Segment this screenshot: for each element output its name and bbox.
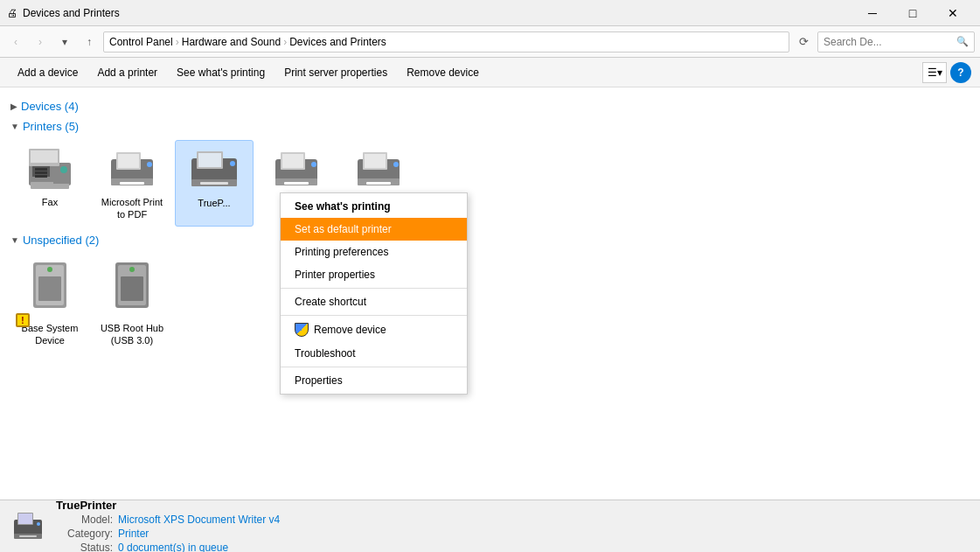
statusbar-name: TruePrinter <box>56 499 280 512</box>
category-value: Printer <box>118 528 149 540</box>
context-menu: See what's printing Set as default print… <box>280 192 468 395</box>
svg-rect-37 <box>38 276 61 301</box>
base-system-device-item[interactable]: ! Base System Device <box>10 254 89 353</box>
minimize-button[interactable]: ─ <box>852 0 893 26</box>
svg-rect-41 <box>121 276 143 301</box>
ms-print-pdf-icon <box>104 145 160 192</box>
ctx-divider-2 <box>281 315 467 316</box>
shield-icon <box>295 323 309 337</box>
svg-rect-14 <box>120 182 144 185</box>
devices-section-header[interactable]: ▶ Devices (4) <box>10 100 970 113</box>
svg-rect-18 <box>198 153 221 167</box>
ms-print-pdf-label: Microsoft Print to PDF <box>96 196 168 221</box>
unspecified-grid: ! Base System Device USB Root Hub (USB 3… <box>10 254 970 353</box>
svg-point-21 <box>230 161 235 166</box>
base-system-device-icon <box>24 259 75 318</box>
main-content: ▶ Devices (4) ▼ Printers (5) Fax <box>0 87 980 500</box>
ctx-header: See what's printing <box>281 195 467 218</box>
up-button[interactable]: ↑ <box>79 31 100 52</box>
toolbar-right: ☰▾ ? <box>922 62 971 83</box>
svg-point-36 <box>47 267 52 272</box>
printers-label: Printers (5) <box>23 120 79 133</box>
fax-icon <box>22 145 78 192</box>
view-options-button[interactable]: ☰▾ <box>922 62 947 83</box>
help-button[interactable]: ? <box>950 62 971 83</box>
statusbar-model-row: Model: Microsoft XPS Document Writer v4 <box>56 514 280 526</box>
svg-point-47 <box>37 522 40 526</box>
breadcrumb-cp[interactable]: Control Panel <box>109 36 173 48</box>
true-printer-label: TrueP... <box>198 197 230 209</box>
add-printer-button[interactable]: Add a printer <box>88 63 166 82</box>
svg-rect-2 <box>35 168 47 171</box>
statusbar-info: TruePrinter Model: Microsoft XPS Documen… <box>56 499 280 552</box>
ms-print-pdf-item[interactable]: Microsoft Print to PDF <box>93 140 171 227</box>
ctx-create-shortcut[interactable]: Create shortcut <box>281 290 467 313</box>
titlebar: 🖨 Devices and Printers ─ □ ✕ <box>0 0 980 26</box>
svg-rect-9 <box>53 182 69 184</box>
ctx-set-default[interactable]: Set as default printer <box>281 218 467 241</box>
model-label: Model: <box>56 514 113 526</box>
printers-section-header[interactable]: ▼ Printers (5) <box>10 120 970 133</box>
svg-point-8 <box>60 166 67 173</box>
status-label: Status: <box>56 542 113 552</box>
ctx-properties[interactable]: Properties <box>281 369 467 392</box>
svg-point-33 <box>393 162 399 167</box>
svg-rect-32 <box>366 182 391 185</box>
svg-rect-12 <box>118 154 139 168</box>
refresh-button[interactable]: ⟳ <box>793 31 814 52</box>
close-button[interactable]: ✕ <box>933 0 973 26</box>
ctx-troubleshoot[interactable]: Troubleshoot <box>281 342 467 365</box>
add-device-button[interactable]: Add a device <box>9 63 87 82</box>
onenote-icon <box>351 145 407 192</box>
fax-item[interactable]: Fax <box>10 140 89 227</box>
true-printer-item[interactable]: TrueP... <box>175 140 254 227</box>
devices-chevron: ▶ <box>10 101 17 111</box>
app-icon: 🖨 <box>7 7 17 19</box>
svg-rect-3 <box>35 171 47 174</box>
maximize-button[interactable]: □ <box>893 0 933 26</box>
svg-rect-24 <box>282 154 303 168</box>
ctx-divider-3 <box>281 367 467 367</box>
print-server-button[interactable]: Print server properties <box>275 63 396 82</box>
true-printer-icon <box>186 146 242 193</box>
titlebar-left: 🖨 Devices and Printers <box>7 7 120 19</box>
sep2: › <box>283 36 287 48</box>
search-box: 🔍 <box>817 31 975 52</box>
ctx-printer-props[interactable]: Printer properties <box>281 263 467 286</box>
devices-label: Devices (4) <box>21 100 79 113</box>
breadcrumb-dp[interactable]: Devices and Printers <box>289 36 386 48</box>
category-label: Category: <box>56 528 113 540</box>
ctx-printing-prefs[interactable]: Printing preferences <box>281 241 467 263</box>
breadcrumb: Control Panel › Hardware and Sound › Dev… <box>103 31 789 52</box>
ctx-divider-1 <box>281 288 467 289</box>
forward-button[interactable]: › <box>30 31 51 52</box>
statusbar-printer-icon <box>10 509 45 544</box>
svg-rect-46 <box>19 535 37 537</box>
toolbar: Add a device Add a printer See what's pr… <box>0 58 980 87</box>
svg-point-27 <box>311 162 316 167</box>
ctx-remove-device[interactable]: Remove device <box>281 318 467 342</box>
model-value: Microsoft XPS Document Writer v4 <box>118 514 280 526</box>
usb-root-hub-item[interactable]: USB Root Hub (USB 3.0) <box>93 254 171 353</box>
usb-root-hub-icon <box>107 259 157 318</box>
svg-rect-20 <box>200 182 228 185</box>
titlebar-controls: ─ □ ✕ <box>852 0 973 26</box>
remove-device-button[interactable]: Remove device <box>398 63 488 82</box>
unspecified-section-header[interactable]: ▼ Unspecified (2) <box>10 234 970 247</box>
unspecified-label: Unspecified (2) <box>23 234 99 247</box>
see-printing-button[interactable]: See what's printing <box>168 63 274 82</box>
usb-root-hub-label: USB Root Hub (USB 3.0) <box>96 322 168 347</box>
statusbar: TruePrinter Model: Microsoft XPS Documen… <box>0 500 980 552</box>
search-input[interactable] <box>824 36 956 48</box>
addressbar: ‹ › ▾ ↑ Control Panel › Hardware and Sou… <box>0 26 980 58</box>
dropdown-button[interactable]: ▾ <box>54 31 75 52</box>
printers-chevron: ▼ <box>10 122 19 131</box>
back-button[interactable]: ‹ <box>5 31 26 52</box>
fax-label: Fax <box>42 196 58 208</box>
sep1: › <box>176 36 179 48</box>
svg-rect-4 <box>35 175 47 178</box>
breadcrumb-hs[interactable]: Hardware and Sound <box>182 36 281 48</box>
search-icon: 🔍 <box>956 36 969 47</box>
printer4-icon <box>268 145 324 192</box>
statusbar-status-row: Status: 0 document(s) in queue <box>56 542 280 552</box>
